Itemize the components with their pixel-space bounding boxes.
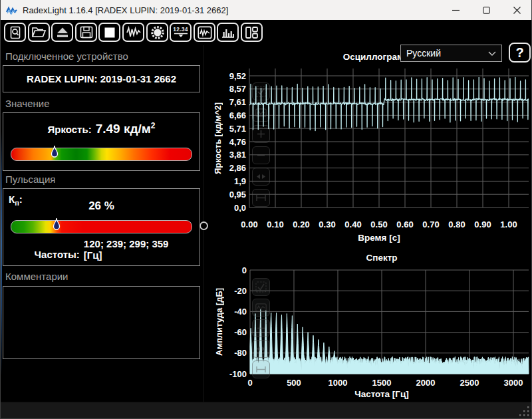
save-icon — [80, 26, 93, 39]
layout-icon — [245, 26, 259, 39]
comments-input[interactable] — [3, 287, 200, 358]
document-magnifier-icon — [8, 26, 23, 39]
maximize-icon — [483, 7, 490, 14]
value-section-header: Значение — [5, 98, 50, 109]
frequencies-value: 120; 239; 299; 359[Гц] — [84, 238, 169, 261]
svg-text:0: 0 — [242, 265, 247, 275]
splitter-handle[interactable] — [200, 221, 208, 230]
wave-icon — [255, 303, 267, 312]
svg-text:1,9: 1,9 — [234, 176, 246, 186]
read-device-button[interactable] — [51, 23, 73, 42]
spectrum-chart: Спектр Амплитуда [дБ] Частота [Гц] 05001… — [211, 251, 532, 406]
maximize-button[interactable] — [471, 0, 501, 20]
svg-text:3,81: 3,81 — [229, 150, 246, 160]
resize-grip[interactable] — [519, 406, 529, 416]
open-file-button[interactable] — [28, 23, 50, 42]
edge-highlight — [0, 132, 2, 375]
close-button[interactable] — [501, 0, 532, 20]
svg-text:-100: -100 — [229, 369, 247, 379]
chart-select-button[interactable] — [252, 278, 270, 296]
svg-text:2000: 2000 — [416, 378, 436, 388]
minus-icon — [256, 323, 266, 333]
close-icon — [513, 7, 521, 14]
svg-text:0.20: 0.20 — [293, 219, 309, 229]
language-value: Русский — [406, 48, 441, 59]
svg-text:1500: 1500 — [372, 378, 392, 388]
svg-text:-20: -20 — [234, 286, 247, 296]
svg-text:2,86: 2,86 — [229, 163, 246, 173]
comments-section-header: Комментарии — [5, 271, 68, 282]
oscillogram-ylabel: Яркость [кд/м^2] — [213, 69, 223, 208]
pulsation-section-header: Пульсация — [5, 174, 55, 185]
svg-text:4,76: 4,76 — [229, 137, 246, 147]
chart-trace-button[interactable] — [252, 299, 270, 317]
minimize-icon — [452, 7, 460, 14]
svg-text:500: 500 — [287, 378, 301, 388]
help-button[interactable]: ? — [509, 43, 531, 63]
numeric-display-icon: 12.34 — [173, 27, 188, 38]
spectrum-view-button[interactable] — [217, 23, 239, 42]
device-name-box: RADEX LUPIN: 2019-01-31 2662 — [3, 65, 200, 92]
frequencies-row: Частоты: 120; 239; 299; 359[Гц] — [3, 238, 200, 261]
statusbar — [0, 402, 532, 419]
chart-zoom-out-button[interactable] — [252, 319, 270, 337]
chart-fit-button[interactable] — [252, 340, 270, 358]
start-measurement-button[interactable] — [122, 23, 144, 42]
spectrum-xlabel: Частота [Гц] — [250, 389, 513, 399]
oscillogram-xlabel: Время [с] — [249, 233, 509, 243]
window-controls — [440, 0, 532, 20]
value-box: Яркость: 7.49 кд/м2 — [3, 112, 200, 171]
bar-chart-icon — [221, 26, 235, 39]
svg-text:0.00: 0.00 — [241, 219, 257, 229]
svg-text:-80: -80 — [234, 348, 247, 358]
svg-text:1.00: 1.00 — [500, 219, 517, 229]
pulsation-gauge-bar — [11, 220, 192, 233]
svg-text:0,0: 0,0 — [234, 203, 246, 213]
svg-text:0,95: 0,95 — [229, 190, 246, 200]
svg-text:7,61: 7,61 — [229, 97, 246, 107]
oscillogram-icon — [198, 26, 212, 39]
frequencies-label: Частоты: — [35, 249, 80, 261]
brightness-marker-icon — [51, 144, 59, 160]
titlebar: RadexLight 1.16.4 [RADEX LUPIN: 2019-01-… — [0, 0, 532, 20]
oscillogram-chart: Осциллограмма Яркость [кд/м^2] Время [с]… — [211, 48, 532, 250]
save-file-button[interactable] — [75, 23, 97, 42]
oscillogram-plot[interactable]: 0.000.100.200.300.400.500.600.700.800.90… — [211, 48, 532, 250]
report-preview-button[interactable] — [4, 23, 26, 42]
window-title: RadexLight 1.16.4 [RADEX LUPIN: 2019-01-… — [23, 5, 228, 15]
svg-text:0: 0 — [247, 378, 252, 388]
svg-text:-40: -40 — [234, 307, 247, 317]
stop-measurement-button[interactable] — [98, 23, 120, 42]
oscillogram-view-button[interactable] — [194, 23, 215, 42]
svg-text:3000: 3000 — [504, 378, 523, 388]
minimize-button[interactable] — [440, 0, 471, 20]
svg-text:0.90: 0.90 — [474, 219, 491, 229]
svg-text:0.40: 0.40 — [344, 219, 361, 229]
comments-box — [3, 286, 200, 359]
svg-text:0.50: 0.50 — [370, 219, 387, 229]
device-name: RADEX LUPIN: 2019-01-31 2662 — [27, 73, 176, 84]
spectrum-ylabel: Амплитуда [дБ] — [214, 270, 224, 374]
svg-text:0.80: 0.80 — [448, 219, 465, 229]
brightness-label: Яркость: — [48, 124, 92, 135]
pulsation-marker-icon — [53, 217, 61, 233]
toolbar: 12.34 Русский ? — [0, 20, 532, 45]
device-section-header: Подключенное устройство — [5, 51, 128, 62]
record-button[interactable] — [146, 23, 168, 42]
numeric-view-button[interactable]: 12.34 — [170, 23, 192, 42]
chart-fit-horizontal-button[interactable] — [252, 360, 270, 378]
kp-value: 26 % — [3, 200, 200, 213]
svg-text:-60: -60 — [234, 327, 247, 337]
eject-icon — [56, 27, 69, 39]
svg-text:1000: 1000 — [329, 378, 348, 388]
pulsation-box: Кп: 26 % Частоты: 120; 239; 299; 359[Гц] — [3, 188, 200, 266]
chevron-down-icon — [488, 51, 496, 56]
help-label: ? — [515, 45, 523, 61]
stop-icon — [104, 27, 115, 38]
svg-text:8,57: 8,57 — [229, 84, 246, 94]
svg-text:5,71: 5,71 — [229, 124, 246, 134]
language-select[interactable]: Русский — [400, 45, 502, 62]
gear-icon — [150, 25, 165, 40]
open-folder-icon — [31, 26, 47, 39]
layout-view-button[interactable] — [241, 23, 263, 42]
